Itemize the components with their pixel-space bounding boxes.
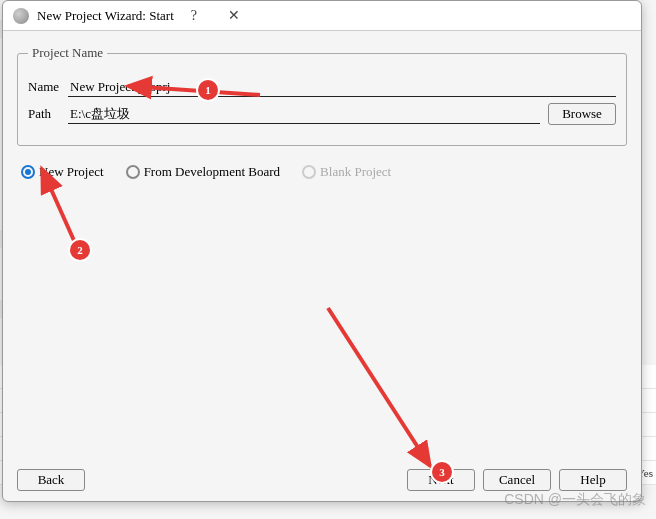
path-input[interactable] — [68, 104, 540, 124]
radio-label: From Development Board — [144, 164, 280, 180]
radio-blank-project: Blank Project — [302, 164, 391, 180]
watermark: CSDN @一头会飞的象 — [504, 491, 646, 509]
close-button[interactable]: ✕ — [214, 2, 254, 30]
radio-label: New Project — [39, 164, 104, 180]
new-project-wizard-dialog: New Project Wizard: Start ? ✕ Project Na… — [2, 0, 642, 502]
titlebar: New Project Wizard: Start ? ✕ — [3, 1, 641, 31]
radio-icon — [21, 165, 35, 179]
radio-icon — [126, 165, 140, 179]
project-name-group: Project Name Name Path Browse — [17, 45, 627, 146]
app-icon — [13, 8, 29, 24]
dialog-body: Project Name Name Path Browse New Projec… — [3, 31, 641, 194]
name-label: Name — [28, 79, 68, 95]
radio-label: Blank Project — [320, 164, 391, 180]
help-footer-button[interactable]: Help — [559, 469, 627, 491]
annotation-badge-1: 1 — [198, 80, 218, 100]
path-label: Path — [28, 106, 68, 122]
dialog-footer: Back Next Cancel Help — [17, 469, 627, 491]
annotation-badge-2: 2 — [70, 240, 90, 260]
help-button[interactable]: ? — [174, 2, 214, 30]
radio-icon — [302, 165, 316, 179]
cancel-button[interactable]: Cancel — [483, 469, 551, 491]
project-type-radios: New Project From Development Board Blank… — [17, 160, 627, 180]
browse-button[interactable]: Browse — [548, 103, 616, 125]
annotation-badge-3: 3 — [432, 462, 452, 482]
back-button[interactable]: Back — [17, 469, 85, 491]
name-input[interactable] — [68, 77, 616, 97]
radio-new-project[interactable]: New Project — [21, 164, 104, 180]
window-title: New Project Wizard: Start — [37, 8, 174, 24]
radio-from-board[interactable]: From Development Board — [126, 164, 280, 180]
group-legend: Project Name — [28, 45, 107, 61]
